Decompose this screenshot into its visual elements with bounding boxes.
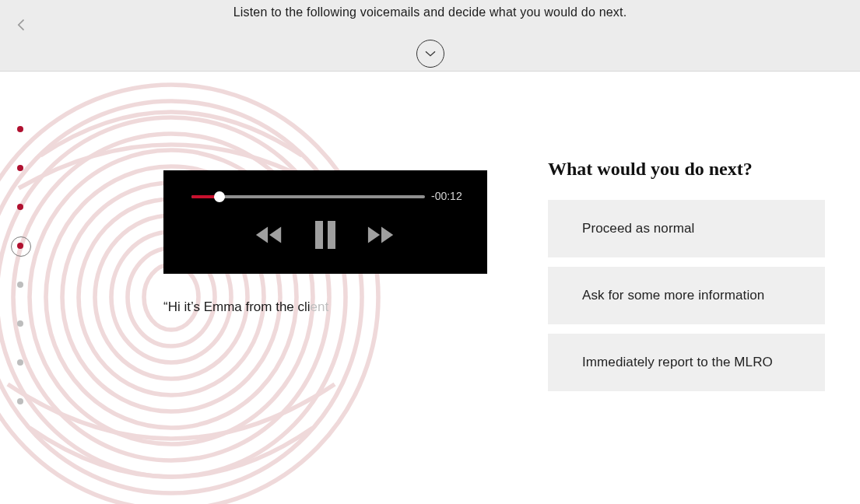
progress-dot-6[interactable] bbox=[17, 320, 23, 327]
progress-dot-3[interactable] bbox=[17, 204, 23, 210]
audio-player: -00:12 bbox=[163, 170, 487, 274]
audio-progress-thumb[interactable] bbox=[214, 191, 225, 202]
question-title: What would you do next? bbox=[548, 159, 825, 180]
content-area: -00:12 “Hi it’s Emma from the client Wha… bbox=[0, 72, 860, 504]
svg-point-11 bbox=[144, 264, 198, 330]
svg-rect-13 bbox=[328, 221, 335, 249]
progress-dot-1[interactable] bbox=[17, 126, 23, 132]
svg-point-1 bbox=[0, 101, 362, 493]
answer-option-3[interactable]: Immediately report to the MLRO bbox=[548, 334, 825, 391]
progress-dot-7[interactable] bbox=[17, 359, 23, 366]
fingerprint-background-icon bbox=[0, 64, 389, 504]
transcript-visible: “Hi it’s Emma from the cli bbox=[163, 299, 311, 314]
forward-button[interactable] bbox=[367, 225, 396, 245]
progress-dot-8[interactable] bbox=[17, 398, 23, 404]
answer-option-2[interactable]: Ask for some more information bbox=[548, 267, 825, 324]
progress-dot-4[interactable] bbox=[17, 243, 23, 249]
time-remaining-label: -00:12 bbox=[431, 190, 462, 202]
progress-dot-2[interactable] bbox=[17, 165, 23, 171]
answer-option-1[interactable]: Proceed as normal bbox=[548, 200, 825, 257]
question-panel: What would you do next? Proceed as norma… bbox=[548, 159, 825, 401]
svg-rect-12 bbox=[315, 221, 323, 249]
header-bar: Listen to the following voicemails and d… bbox=[0, 0, 860, 72]
progress-dot-5[interactable] bbox=[17, 282, 23, 288]
player-controls bbox=[163, 221, 487, 249]
pause-button[interactable] bbox=[314, 221, 337, 249]
transcript-fading: ent bbox=[311, 299, 329, 314]
back-arrow-icon[interactable] bbox=[14, 17, 30, 33]
instruction-text: Listen to the following voicemails and d… bbox=[0, 0, 860, 19]
audio-progress-track[interactable] bbox=[191, 195, 425, 198]
step-progress-indicator bbox=[17, 126, 23, 404]
rewind-button[interactable] bbox=[254, 225, 284, 245]
transcript-text: “Hi it’s Emma from the client bbox=[163, 299, 328, 315]
expand-chevron-button[interactable] bbox=[416, 40, 444, 68]
